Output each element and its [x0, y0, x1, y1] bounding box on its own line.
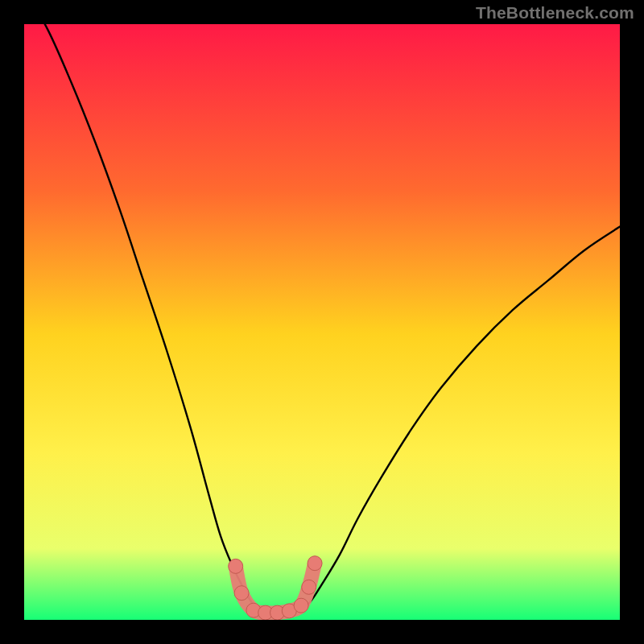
watermark-text: TheBottleneck.com — [476, 3, 634, 23]
valley-marker-dot — [234, 586, 249, 601]
valley-marker-dot — [229, 559, 243, 573]
valley-marker-dot — [302, 580, 316, 594]
valley-marker-dot — [308, 556, 322, 571]
gradient-background — [24, 24, 620, 620]
bottleneck-chart — [0, 0, 644, 644]
valley-marker-dot — [294, 598, 308, 613]
chart-stage: { "watermark": "TheBottleneck.com", "col… — [0, 0, 644, 644]
